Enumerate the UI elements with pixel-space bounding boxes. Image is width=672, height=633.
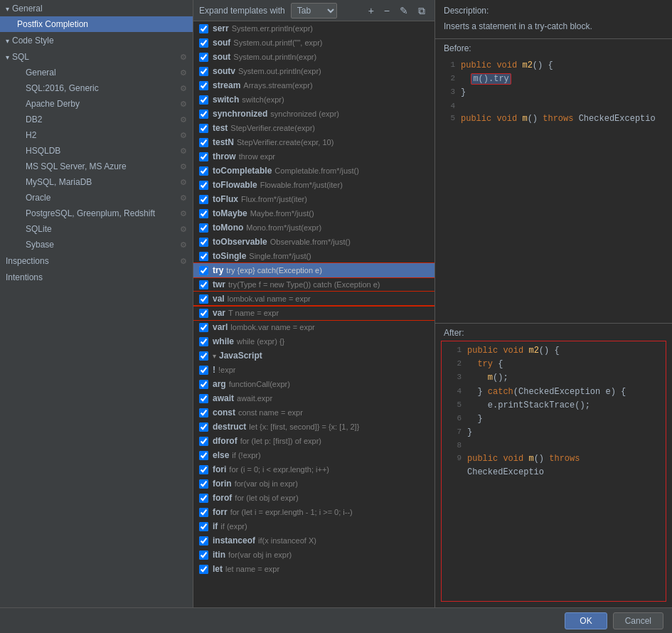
list-item[interactable]: toCompletable Completable.from*/just() <box>193 164 434 178</box>
list-item[interactable]: test StepVerifier.create(expr) <box>193 121 434 135</box>
list-item[interactable]: if if (expr) <box>193 519 434 533</box>
list-item[interactable]: stream Arrays.stream(expr) <box>193 78 434 92</box>
sidebar-item-apache-derby[interactable]: Apache Derby ⚙ <box>0 96 193 112</box>
list-item[interactable]: testN StepVerifier.create(expr, 10) <box>193 135 434 149</box>
copy-button[interactable]: ⧉ <box>415 4 429 17</box>
var-list-item[interactable]: var T name = expr <box>193 306 434 320</box>
list-item[interactable]: else if (!expr) <box>193 448 434 462</box>
list-item[interactable]: toMono Mono.from*/just(expr) <box>193 220 434 235</box>
list-item[interactable]: toFlowable Flowable.from*/just(iter) <box>193 178 434 192</box>
list-item[interactable]: switch switch(expr) <box>193 92 434 107</box>
list-item[interactable]: forr for (let i = expr.length - 1; i >= … <box>193 505 434 519</box>
test-checkbox[interactable] <box>199 124 208 133</box>
javascript-section-header[interactable]: ▾ JavaScript <box>193 349 434 363</box>
stream-checkbox[interactable] <box>199 81 208 90</box>
list-item[interactable]: throw throw expr <box>193 149 434 164</box>
forr-checkbox[interactable] <box>199 508 208 517</box>
instanceof-checkbox[interactable] <box>199 536 208 546</box>
sout-checkbox[interactable] <box>199 53 208 62</box>
sidebar-item-postfix-completion[interactable]: Postfix Completion <box>0 16 193 32</box>
sidebar-item-db2[interactable]: DB2 ⚙ <box>0 112 193 127</box>
await-checkbox[interactable] <box>199 394 208 403</box>
sidebar-item-ms-sql[interactable]: MS SQL Server, MS Azure ⚙ <box>0 159 193 174</box>
sidebar-item-mysql[interactable]: MySQL, MariaDB ⚙ <box>0 174 193 190</box>
try-checkbox[interactable] <box>199 266 208 275</box>
let-checkbox[interactable] <box>199 565 208 574</box>
forof-checkbox[interactable] <box>199 494 208 503</box>
list-item[interactable]: forof for (let obj of expr) <box>193 491 434 505</box>
while-checkbox[interactable] <box>199 337 208 346</box>
toflux-checkbox[interactable] <box>199 195 208 204</box>
list-item[interactable]: itin for(var obj in expr) <box>193 548 434 562</box>
itin-checkbox[interactable] <box>199 550 208 560</box>
else-checkbox[interactable] <box>199 451 208 460</box>
const-checkbox[interactable] <box>199 408 208 417</box>
list-item[interactable]: instanceof if(x instanceof X) <box>193 533 434 548</box>
list-item[interactable]: await await.expr <box>193 391 434 405</box>
list-item[interactable]: dforof for (let p: [first]) of expr) <box>193 434 434 448</box>
list-item[interactable]: soutv System.out.println(expr) <box>193 64 434 78</box>
list-item[interactable]: ! !expr <box>193 363 434 377</box>
soutv-checkbox[interactable] <box>199 67 208 76</box>
dforof-checkbox[interactable] <box>199 437 208 446</box>
javascript-checkbox[interactable] <box>199 351 208 361</box>
sidebar-item-sqlite[interactable]: SQLite ⚙ <box>0 221 193 237</box>
list-item[interactable]: toFlux Flux.from*/just(iter) <box>193 192 434 206</box>
list-item[interactable]: souf System.out.printf("", expr) <box>193 36 434 50</box>
arg-checkbox[interactable] <box>199 380 208 389</box>
list-item[interactable]: sout System.out.println(expr) <box>193 50 434 64</box>
switch-checkbox[interactable] <box>199 95 208 105</box>
sidebar-item-sql[interactable]: ▾ SQL ⚙ <box>0 48 193 65</box>
testn-checkbox[interactable] <box>199 138 208 147</box>
list-item[interactable]: destruct let {x: [first, second]} = {x: … <box>193 420 434 434</box>
val-list-item[interactable]: val lombok.val name = expr <box>193 292 434 306</box>
list-item[interactable]: let let name = expr <box>193 562 434 576</box>
add-button[interactable]: + <box>365 4 378 17</box>
val-checkbox[interactable] <box>199 294 208 304</box>
souf-checkbox[interactable] <box>199 38 208 48</box>
sidebar-item-intentions[interactable]: Intentions <box>0 269 193 285</box>
varl-checkbox[interactable] <box>199 323 208 332</box>
list-item[interactable]: synchronized synchronized (expr) <box>193 107 434 121</box>
tosingle-checkbox[interactable] <box>199 252 208 261</box>
tomono-checkbox[interactable] <box>199 223 208 233</box>
list-item[interactable]: while while (expr) {} <box>193 334 434 349</box>
sidebar-item-code-style[interactable]: ▾ Code Style <box>0 32 193 48</box>
sidebar-item-sybase[interactable]: Sybase ⚙ <box>0 237 193 252</box>
sidebar-item-general[interactable]: ▾ General <box>0 0 193 16</box>
list-item[interactable]: toSingle Single.from*/just() <box>193 249 434 263</box>
sidebar-item-h2[interactable]: H2 ⚙ <box>0 127 193 143</box>
twr-checkbox[interactable] <box>199 280 208 289</box>
list-item[interactable]: arg functionCall(expr) <box>193 377 434 391</box>
remove-button[interactable]: − <box>380 4 393 17</box>
list-item[interactable]: toMaybe Maybe.from*/just() <box>193 206 434 220</box>
if-checkbox[interactable] <box>199 522 208 531</box>
fori-checkbox[interactable] <box>199 465 208 474</box>
sidebar-item-postgresql[interactable]: PostgreSQL, Greenplum, Redshift ⚙ <box>0 206 193 221</box>
toflowable-checkbox[interactable] <box>199 181 208 190</box>
list-item[interactable]: fori for (i = 0; i < expr.length; i++) <box>193 462 434 477</box>
var-checkbox[interactable] <box>199 309 208 318</box>
sidebar-item-sql2016[interactable]: SQL:2016, Generic ⚙ <box>0 80 193 96</box>
serr-checkbox[interactable] <box>199 24 208 33</box>
list-item[interactable]: const const name = expr <box>193 405 434 420</box>
list-item[interactable]: varl lombok.var name = expr <box>193 320 434 334</box>
try-list-item[interactable]: try try {exp} catch(Exception e) <box>193 263 434 277</box>
excl-checkbox[interactable] <box>199 366 208 375</box>
list-item[interactable]: twr try(Type f = new Type()) catch (Exce… <box>193 277 434 292</box>
list-item[interactable]: forin for(var obj in expr) <box>193 477 434 491</box>
sidebar-item-general-sql[interactable]: General ⚙ <box>0 65 193 80</box>
cancel-button[interactable]: Cancel <box>613 612 663 629</box>
sidebar-item-hsqldb[interactable]: HSQLDB ⚙ <box>0 143 193 159</box>
destruct-checkbox[interactable] <box>199 422 208 432</box>
ok-button[interactable]: OK <box>565 612 607 629</box>
expand-select[interactable]: Tab Enter Space <box>291 3 337 18</box>
throw-checkbox[interactable] <box>199 152 208 161</box>
synchronized-checkbox[interactable] <box>199 110 208 119</box>
list-item[interactable]: toObservable Observable.from*/just() <box>193 235 434 249</box>
list-item[interactable]: serr System.err.println(expr) <box>193 21 434 36</box>
sidebar-item-oracle[interactable]: Oracle ⚙ <box>0 190 193 206</box>
tomaybe-checkbox[interactable] <box>199 209 208 218</box>
sidebar-item-inspections[interactable]: Inspections ⚙ <box>0 252 193 269</box>
toobservable-checkbox[interactable] <box>199 238 208 247</box>
